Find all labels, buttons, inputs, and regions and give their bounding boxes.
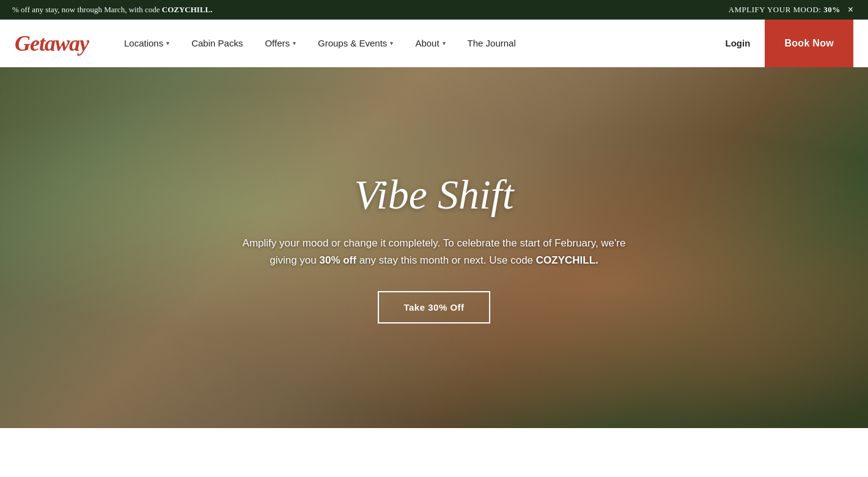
nav-item-about[interactable]: About ▾ [404, 20, 456, 67]
book-now-button[interactable]: Book Now [765, 20, 853, 67]
hero-content: Vibe Shift Amplify your mood or change i… [220, 172, 648, 324]
chevron-down-icon: ▾ [166, 40, 169, 46]
chevron-down-icon: ▾ [443, 40, 446, 46]
login-link[interactable]: Login [711, 20, 765, 67]
nav-link-journal[interactable]: The Journal [457, 20, 527, 67]
nav-item-journal[interactable]: The Journal [457, 20, 527, 67]
nav-right: Login Book Now [711, 20, 853, 67]
hero-subtitle: Amplify your mood or change it completel… [232, 235, 636, 269]
announcement-bar: % off any stay, now through March, with … [0, 0, 868, 20]
chevron-down-icon: ▾ [293, 40, 296, 46]
nav-item-cabin-packs[interactable]: Cabin Packs [180, 20, 254, 67]
navbar: Getaway Locations ▾ Cabin Packs Offers ▾… [0, 20, 868, 67]
nav-item-locations[interactable]: Locations ▾ [113, 20, 180, 67]
logo[interactable]: Getaway [15, 31, 89, 56]
announcement-right: AMPLIFY YOUR MOOD: 30% × [729, 5, 856, 15]
nav-item-offers[interactable]: Offers ▾ [254, 20, 307, 67]
nav-link-about[interactable]: About ▾ [404, 20, 456, 67]
chevron-down-icon: ▾ [390, 40, 393, 46]
hero-title: Vibe Shift [232, 172, 636, 218]
announcement-left: % off any stay, now through March, with … [12, 5, 729, 15]
hero-section: Vibe Shift Amplify your mood or change i… [0, 67, 868, 428]
announcement-text-right: AMPLIFY YOUR MOOD: 30% [729, 5, 840, 15]
nav-link-locations[interactable]: Locations ▾ [113, 20, 180, 67]
announcement-close-button[interactable]: × [845, 5, 856, 15]
announcement-text-left: % off any stay, now through March, with … [12, 5, 213, 14]
nav-links: Locations ▾ Cabin Packs Offers ▾ Groups … [113, 20, 711, 67]
nav-link-offers[interactable]: Offers ▾ [254, 20, 307, 67]
hero-cta-button[interactable]: Take 30% Off [378, 291, 490, 324]
nav-item-groups-events[interactable]: Groups & Events ▾ [307, 20, 404, 67]
nav-link-groups-events[interactable]: Groups & Events ▾ [307, 20, 404, 67]
nav-link-cabin-packs[interactable]: Cabin Packs [180, 20, 254, 67]
